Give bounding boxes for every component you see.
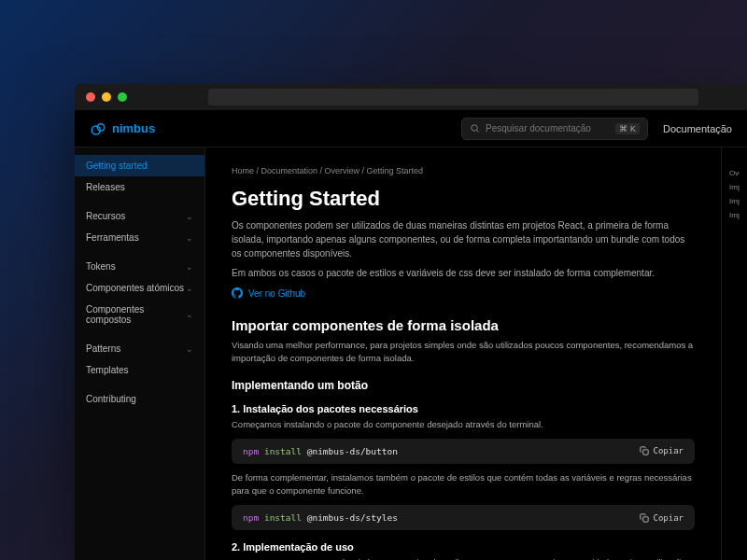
subsection-button: Implementando um botão: [232, 379, 695, 392]
sidebar-item-componentes-atomicos[interactable]: Componentes atómicos⌄: [75, 277, 204, 299]
code-block-1: npm install @nimbus-ds/button Copiar: [232, 439, 695, 464]
sidebar-item-recursos[interactable]: Recursos⌄: [75, 205, 204, 227]
sidebar-item-patterns[interactable]: Patterns⌄: [75, 338, 204, 359]
lead-text-2: Em ambos os casos o pacote de estilos e …: [232, 266, 695, 280]
step-1-title: 1. Instalação dos pacotes necessários: [232, 403, 695, 414]
app-body: Getting started Releases Recursos⌄ Ferra…: [75, 147, 747, 560]
sidebar-item-releases[interactable]: Releases: [75, 176, 204, 198]
github-link-label: Ver no Github: [248, 288, 305, 299]
copy-icon: [640, 513, 649, 523]
logo[interactable]: nimbus: [90, 120, 155, 137]
step-2-title: 2. Implementação de uso: [232, 541, 695, 553]
search-icon: [470, 123, 480, 133]
code-content: npm install @nimbus-ds/button: [243, 446, 398, 456]
code-content: npm install @nimbus-ds/styles: [243, 512, 398, 523]
lead-text-1: Os componentes podem ser utilizados de d…: [232, 218, 695, 260]
minimize-icon[interactable]: [102, 92, 111, 102]
toc-item[interactable]: Ove: [729, 166, 740, 180]
step-2-desc: Importamos o componente do Nimbus e o ar…: [232, 556, 695, 560]
brand-name: nimbus: [112, 121, 155, 135]
svg-rect-5: [643, 517, 648, 522]
page-title: Getting Started: [232, 187, 695, 211]
sidebar-item-componentes-compostos[interactable]: Componentes compostos⌄: [75, 299, 204, 330]
browser-window: nimbus ⌘ K Documentação Getting started …: [75, 84, 747, 560]
header-nav: Documentação: [663, 123, 732, 134]
app: nimbus ⌘ K Documentação Getting started …: [75, 110, 747, 560]
sidebar-item-templates[interactable]: Templates: [75, 359, 204, 381]
toc-item[interactable]: Imp: [729, 180, 740, 194]
titlebar: [75, 84, 747, 110]
chevron-down-icon: ⌄: [186, 262, 193, 272]
maximize-icon[interactable]: [118, 92, 127, 102]
github-link[interactable]: Ver no Github: [232, 287, 695, 299]
section-isolated-desc: Visando uma melhor performance, para pro…: [232, 339, 695, 366]
nav-link-docs[interactable]: Documentação: [663, 123, 732, 134]
search-shortcut: ⌘ K: [615, 123, 640, 134]
app-header: nimbus ⌘ K Documentação: [75, 110, 747, 147]
copy-button[interactable]: Copiar: [640, 446, 684, 455]
chevron-down-icon: ⌄: [186, 233, 193, 243]
sidebar: Getting started Releases Recursos⌄ Ferra…: [75, 147, 205, 560]
nimbus-logo-icon: [90, 120, 106, 137]
chevron-down-icon: ⌄: [186, 344, 193, 354]
chevron-down-icon: ⌄: [186, 284, 193, 293]
search-box[interactable]: ⌘ K: [461, 118, 648, 140]
breadcrumb[interactable]: Home / Documentation / Overview / Gettin…: [232, 166, 695, 175]
sidebar-item-getting-started[interactable]: Getting started: [75, 155, 204, 176]
section-isolated-import: Importar componentes de forma isolada: [232, 317, 695, 333]
github-icon: [232, 287, 243, 299]
url-bar[interactable]: [208, 89, 698, 105]
copy-icon: [640, 446, 649, 455]
toc-item[interactable]: Imp: [729, 208, 740, 222]
svg-line-3: [476, 130, 478, 132]
chevron-down-icon: ⌄: [186, 212, 193, 221]
svg-rect-4: [643, 450, 648, 455]
close-icon[interactable]: [86, 92, 95, 102]
code-block-2: npm install @nimbus-ds/styles Copiar: [232, 505, 695, 530]
chevron-down-icon: ⌄: [186, 310, 193, 319]
sidebar-item-contributing[interactable]: Contributing: [75, 388, 204, 410]
copy-button[interactable]: Copiar: [640, 513, 684, 523]
search-input[interactable]: [486, 123, 610, 133]
main-content: Home / Documentation / Overview / Gettin…: [205, 147, 721, 560]
svg-point-2: [472, 125, 477, 131]
toc-item[interactable]: Imp: [729, 194, 740, 208]
step-1-desc: Começamos instalando o pacote do compone…: [232, 418, 695, 431]
sidebar-item-ferramentas[interactable]: Ferramentas⌄: [75, 227, 204, 248]
step-1b-desc: De forma complementar, instalamos também…: [232, 471, 695, 498]
sidebar-item-tokens[interactable]: Tokens⌄: [75, 256, 204, 277]
table-of-contents: Ove Imp Imp Imp: [721, 147, 747, 560]
